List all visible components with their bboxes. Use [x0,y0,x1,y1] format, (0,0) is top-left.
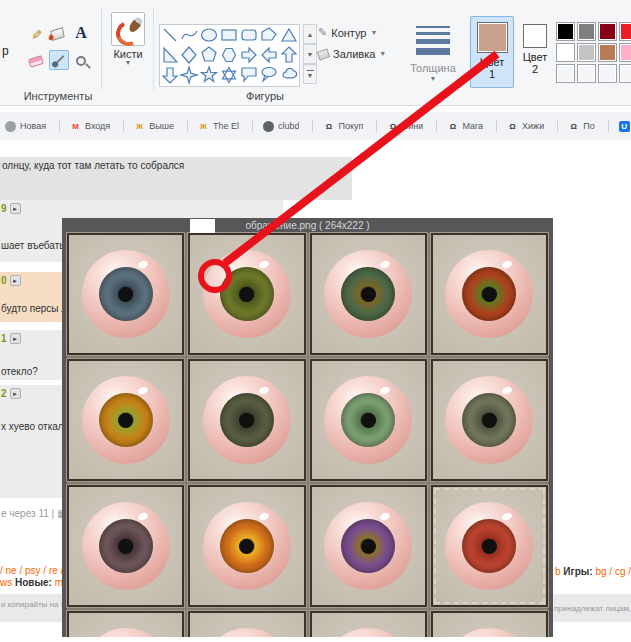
fill-tool[interactable] [47,24,67,44]
shape-line-icon [164,29,176,41]
eyeball [82,250,170,338]
chevron-down-icon: ▼ [379,51,386,57]
palette-swatch[interactable] [598,22,617,41]
thickness-button[interactable]: Толщина [398,62,468,74]
bookmark-item[interactable]: Ж The El [193,120,258,132]
eye-texture-cell [188,485,305,607]
color2-label: Цвет [517,51,553,63]
favicon: Ж [134,121,145,132]
text-icon: A [75,24,87,42]
reply-button[interactable]: ▸ [10,203,21,214]
palette-swatch[interactable] [619,64,631,83]
bookmark-item[interactable]: M Входя [65,120,129,132]
pencil-tool[interactable]: ✎ [26,24,46,44]
shape-pentagon-icon [202,47,216,61]
fill-dropdown[interactable]: Заливка ▼ [318,48,386,60]
pupil [239,287,254,302]
eyeball [324,376,412,464]
shape-curve-icon [182,31,197,39]
eraser-tool[interactable] [26,51,46,71]
reply-button[interactable]: ▸ [10,333,21,344]
glint-highlight [258,260,270,270]
text-tool[interactable]: A [71,23,91,43]
palette-swatch[interactable] [577,64,596,83]
eye-texture-cell [310,485,427,607]
palette-swatch[interactable] [619,43,631,62]
reply-button[interactable]: ▸ [10,388,21,399]
scroll-more-button[interactable]: ▼ [303,64,317,84]
palette-swatch[interactable] [598,43,617,62]
shape-5star-icon [201,67,216,81]
eyeball [203,502,291,590]
palette-swatch[interactable] [619,22,631,41]
pupil [239,539,254,554]
reply-button[interactable]: ▸ [10,275,21,286]
chevron-down-icon: ▼ [108,60,148,66]
iris [99,393,153,447]
post-number[interactable]: 2 [1,388,7,399]
bookmark-label: clubd [278,121,300,131]
glint-highlight [137,512,149,522]
palette-swatch[interactable] [556,43,575,62]
color-picker-tool[interactable] [49,50,69,70]
post-number[interactable]: 9 [1,203,7,214]
image-viewer[interactable]: ображение.png ( 264x222 ) [62,218,553,637]
bookmark-item[interactable]: Новая [0,120,65,132]
post-number[interactable]: 0 [1,275,7,286]
color1-button[interactable]: Цвет 1 [470,16,514,88]
pupil [239,413,254,428]
favicon: U [619,121,630,132]
favicon: M [70,121,81,132]
palette-swatch[interactable] [577,22,596,41]
post-number[interactable]: 1 [1,333,7,344]
pupil [118,413,133,428]
palette-swatch[interactable] [556,64,575,83]
pupil [118,287,133,302]
bookmark-item[interactable]: U Файл [614,120,631,132]
scroll-up-button[interactable]: ▲ [303,24,317,44]
shape-4star-icon [181,67,197,83]
shape-oval-icon [202,29,217,41]
shape-polygon-icon [262,28,276,40]
brushes-button[interactable]: Кисти ▼ [108,12,148,66]
iris [462,267,516,321]
eyeball [324,250,412,338]
copyright-text: принадлежат лицам, отпр [554,604,631,613]
glint-highlight [137,260,149,270]
bookmark-item[interactable]: clubd [258,120,319,132]
eye-texture-cell [188,359,305,481]
bookmark-item[interactable]: Ω Вини [382,120,442,132]
bookmark-item[interactable]: Ω По [563,120,613,132]
bookmark-item[interactable]: Ω Покуп [318,120,382,132]
pupil [361,413,376,428]
magnifier-tool[interactable] [71,51,91,71]
bookmark-item[interactable]: Ω Хижи [502,120,563,132]
outline-dropdown[interactable]: ✎ Контур ▼ [318,26,377,39]
color2-button[interactable]: Цвет 2 [517,16,553,88]
palette-swatch[interactable] [577,43,596,62]
bookmark-label: Выше [149,121,174,131]
eye-texture-cell [431,233,548,355]
eye-texture-cell [67,485,184,607]
palette-swatch[interactable] [598,64,617,83]
pupil [361,287,376,302]
pupil [482,287,497,302]
eyeball [445,376,533,464]
eye-texture-cell [67,611,184,637]
eyeball [82,376,170,464]
eyeball [324,628,412,637]
bookmark-item[interactable]: Ω Мага [442,120,502,132]
scroll-down-button[interactable]: ▼ [303,44,317,64]
shapes-scroll: ▲ ▼ ▼ [303,24,317,84]
eyeball [82,628,170,637]
eye-texture-cell [67,359,184,481]
bookmark-label: Мага [462,121,483,131]
palette-swatch[interactable] [556,22,575,41]
brush-icon [111,12,145,46]
glint-highlight [501,386,513,396]
eye-texture-cell [310,359,427,481]
favicon: Ω [568,121,579,132]
bookmark-item[interactable]: Ж Выше [129,120,193,132]
glint-highlight [501,260,513,270]
shapes-gallery[interactable] [159,24,300,87]
